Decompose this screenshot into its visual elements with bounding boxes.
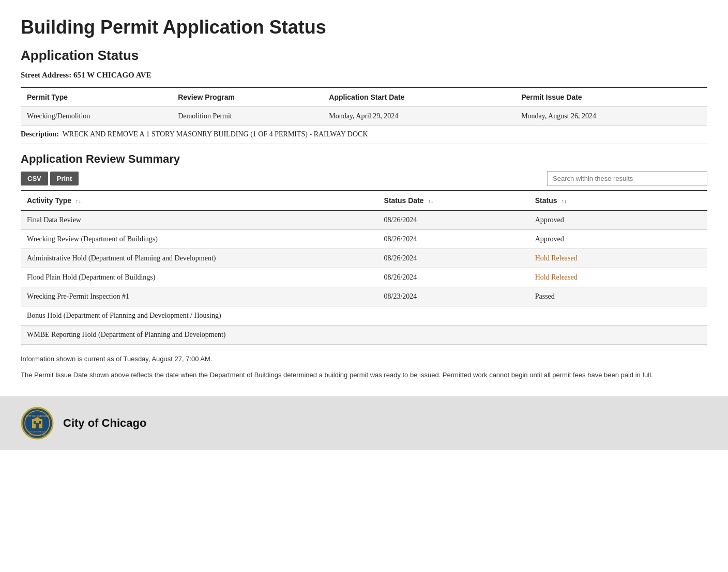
app-start-date-cell: Monday, April 29, 2024 <box>323 107 515 126</box>
svg-rect-7 <box>39 421 41 424</box>
activity-type-cell: Flood Plain Hold (Department of Building… <box>21 268 378 287</box>
status-date-cell: 08/26/2024 <box>378 268 529 287</box>
status-cell: Passed <box>529 287 707 306</box>
activity-type-cell: Wrecking Pre-Permit Inspection #1 <box>21 287 378 306</box>
svg-rect-6 <box>34 421 36 424</box>
current-info-text: Information shown is current as of Tuesd… <box>21 354 707 365</box>
status-date-cell <box>378 326 529 345</box>
review-program-cell: Demolition Permit <box>172 107 323 126</box>
activity-type-cell: Bonus Hold (Department of Planning and D… <box>21 306 378 326</box>
page-title: Building Permit Application Status <box>21 17 707 38</box>
footer: CITY OF CHICAGO INCORPORATED 4TH AUGUST … <box>0 396 728 450</box>
col-header-app-start-date: Application Start Date <box>323 87 515 107</box>
permit-note-text: The Permit Issue Date shown above reflec… <box>21 370 707 381</box>
col-header-permit-issue-date: Permit Issue Date <box>515 87 707 107</box>
permit-issue-date-cell: Monday, August 26, 2024 <box>515 107 707 126</box>
col-header-status-date: Status Date ↑↓ <box>378 191 529 210</box>
svg-text:4TH AUGUST 1837: 4TH AUGUST 1837 <box>28 434 47 436</box>
col-header-activity-type: Activity Type ↑↓ <box>21 191 378 210</box>
svg-rect-8 <box>36 423 39 428</box>
description-text: WRECK AND REMOVE A 1 STORY MASONRY BUILD… <box>63 130 368 138</box>
sort-icon-status-date[interactable]: ↑↓ <box>428 198 433 204</box>
sort-icon-activity[interactable]: ↑↓ <box>75 198 81 204</box>
activity-type-cell: Wrecking Review (Department of Buildings… <box>21 230 378 249</box>
status-cell: Hold Released <box>529 268 707 287</box>
print-button[interactable]: Print <box>50 172 79 185</box>
review-table-row: Final Data Review08/26/2024Approved <box>21 210 707 230</box>
activity-type-cell: Final Data Review <box>21 210 378 230</box>
csv-button[interactable]: CSV <box>21 172 48 185</box>
status-cell <box>529 306 707 326</box>
section-title: Application Status <box>21 48 707 64</box>
sort-icon-status[interactable]: ↑↓ <box>561 198 567 204</box>
street-address: Street Address: 651 W CHICAGO AVE <box>21 71 707 80</box>
status-cell: Approved <box>529 210 707 230</box>
activity-type-cell: Administrative Hold (Department of Plann… <box>21 249 378 268</box>
permit-table: Permit Type Review Program Application S… <box>21 87 707 126</box>
col-header-review-program: Review Program <box>172 87 323 107</box>
status-date-cell: 08/26/2024 <box>378 249 529 268</box>
street-address-value: 651 W CHICAGO AVE <box>73 71 151 79</box>
status-date-cell <box>378 306 529 326</box>
review-table-row: Administrative Hold (Department of Plann… <box>21 249 707 268</box>
permit-row: Wrecking/Demolition Demolition Permit Mo… <box>21 107 707 126</box>
description-row: Description: WRECK AND REMOVE A 1 STORY … <box>21 126 707 144</box>
status-cell: Hold Released <box>529 249 707 268</box>
status-cell <box>529 326 707 345</box>
review-table: Activity Type ↑↓ Status Date ↑↓ Status ↑… <box>21 190 707 345</box>
status-cell: Approved <box>529 230 707 249</box>
street-address-label: Street Address: <box>21 71 71 79</box>
status-date-cell: 08/23/2024 <box>378 287 529 306</box>
status-date-cell: 08/26/2024 <box>378 210 529 230</box>
city-name: City of Chicago <box>63 416 146 430</box>
col-header-status: Status ↑↓ <box>529 191 707 210</box>
activity-type-cell: WMBE Reporting Hold (Department of Plann… <box>21 326 378 345</box>
permit-type-cell: Wrecking/Demolition <box>21 107 172 126</box>
status-date-cell: 08/26/2024 <box>378 230 529 249</box>
review-table-row: WMBE Reporting Hold (Department of Plann… <box>21 326 707 345</box>
col-header-permit-type: Permit Type <box>21 87 172 107</box>
review-summary-title: Application Review Summary <box>21 152 707 166</box>
toolbar-buttons: CSV Print <box>21 172 79 185</box>
city-seal-icon: CITY OF CHICAGO INCORPORATED 4TH AUGUST … <box>21 407 54 440</box>
review-table-row: Bonus Hold (Department of Planning and D… <box>21 306 707 326</box>
search-input[interactable] <box>547 171 707 186</box>
review-table-row: Flood Plain Hold (Department of Building… <box>21 268 707 287</box>
review-table-row: Wrecking Review (Department of Buildings… <box>21 230 707 249</box>
toolbar-row: CSV Print <box>21 171 707 186</box>
svg-text:INCORPORATED: INCORPORATED <box>29 430 46 433</box>
description-label: Description: <box>21 130 59 138</box>
review-table-row: Wrecking Pre-Permit Inspection #108/23/2… <box>21 287 707 306</box>
